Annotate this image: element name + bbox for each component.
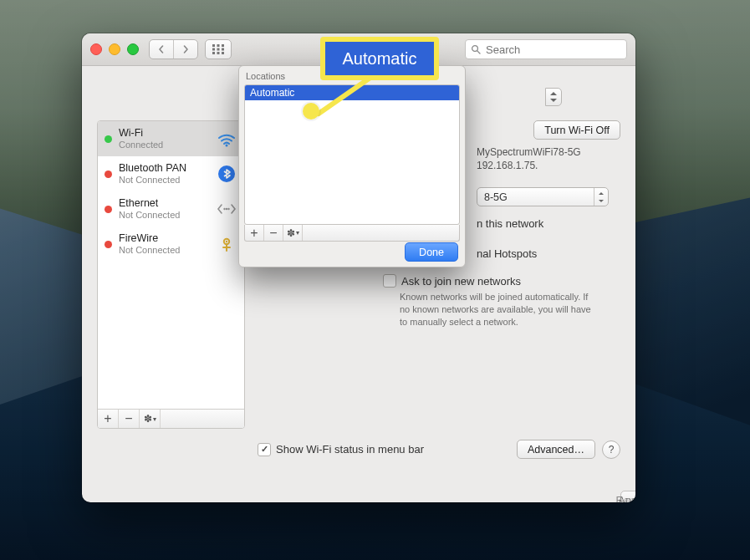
chevron-down-icon: ▾ — [153, 415, 156, 423]
advanced-button[interactable]: Advanced… — [517, 440, 595, 459]
add-location-button[interactable]: + — [245, 225, 264, 241]
chevron-down-icon: ▾ — [296, 229, 299, 237]
ask-join-description: Known networks will be joined automatica… — [400, 291, 600, 328]
bluetooth-icon — [216, 163, 237, 185]
service-ethernet[interactable]: Ethernet Not Connected — [98, 191, 244, 227]
status-dot — [105, 241, 112, 248]
auto-join-row: n this network — [477, 217, 543, 230]
location-item-automatic[interactable]: Automatic — [245, 85, 459, 100]
service-wifi[interactable]: Wi-Fi Connected — [98, 121, 244, 156]
svg-rect-1 — [217, 44, 220, 47]
status-dot — [105, 135, 112, 143]
service-gear-menu[interactable]: ✽▾ — [140, 410, 161, 428]
ask-join-label: Ask to join new networks — [401, 275, 521, 288]
service-bluetooth-pan[interactable]: Bluetooth PAN Not Connected — [98, 156, 244, 191]
service-firewire[interactable]: FireWire Not Connected — [98, 227, 244, 262]
svg-line-10 — [477, 51, 480, 53]
service-name: Wi-Fi — [119, 128, 209, 140]
remove-service-button[interactable]: − — [119, 410, 140, 428]
ethernet-icon — [216, 198, 237, 220]
service-name: FireWire — [119, 233, 209, 245]
annotation-callout: Automatic — [320, 37, 439, 80]
help-button[interactable]: ? — [602, 440, 620, 459]
svg-rect-0 — [212, 44, 215, 47]
svg-rect-8 — [222, 52, 224, 54]
done-button[interactable]: Done — [405, 242, 458, 262]
close-button[interactable] — [90, 43, 102, 55]
status-dot — [105, 206, 112, 213]
add-service-button[interactable]: + — [98, 410, 119, 428]
done-label: Done — [419, 247, 444, 258]
forward-button[interactable] — [173, 40, 197, 59]
show-all-button[interactable] — [205, 39, 232, 59]
back-button[interactable] — [150, 40, 173, 59]
network-name-value: 8-5G — [484, 191, 508, 203]
svg-point-19 — [226, 241, 227, 242]
svg-rect-4 — [217, 48, 220, 51]
zoom-button[interactable] — [127, 43, 139, 55]
annotation-label: Automatic — [343, 49, 417, 69]
service-status: Not Connected — [119, 210, 209, 220]
gear-icon: ✽ — [287, 227, 295, 239]
service-status: Not Connected — [119, 175, 209, 185]
window-controls — [90, 43, 139, 55]
search-input[interactable] — [484, 43, 628, 57]
remove-location-button[interactable]: − — [264, 225, 283, 241]
minimize-button[interactable] — [109, 43, 120, 55]
hotspots-row: nal Hotspots — [477, 247, 537, 260]
menubar-row: Show Wi-Fi status in menu bar Advanced… … — [258, 440, 620, 459]
search-icon — [471, 44, 481, 54]
sidebar-toolbar: + − ✽▾ — [98, 409, 244, 428]
desktop-background: Lo Wi-Fi Connected — [0, 0, 750, 560]
svg-rect-6 — [212, 52, 215, 54]
svg-point-11 — [226, 145, 228, 147]
locations-toolbar: + − ✽▾ — [244, 225, 460, 242]
service-sidebar: Wi-Fi Connected Bluetooth PAN Not Connec… — [97, 120, 245, 429]
gear-icon: ✽ — [144, 413, 152, 425]
show-wifi-menubar-checkbox[interactable] — [258, 443, 271, 456]
service-status: Connected — [119, 140, 209, 150]
firewire-icon — [216, 233, 237, 255]
locations-popover: Locations Automatic + − ✽▾ Done — [238, 65, 466, 267]
nav-back-forward — [149, 39, 198, 59]
stepper-arrows-icon — [594, 188, 608, 206]
ask-join-checkbox[interactable] — [383, 274, 396, 288]
wifi-icon — [216, 128, 237, 150]
turn-wifi-off-button[interactable]: Turn Wi-Fi Off — [533, 120, 620, 140]
show-wifi-menubar-label: Show Wi-Fi status in menu bar — [276, 443, 424, 456]
annotation-marker-dot — [303, 103, 319, 120]
service-status: Not Connected — [119, 245, 209, 255]
location-item-label: Automatic — [250, 87, 294, 99]
svg-rect-2 — [222, 44, 224, 47]
svg-point-15 — [227, 208, 229, 210]
service-name: Ethernet — [119, 198, 209, 210]
svg-point-14 — [226, 208, 227, 210]
hotspots-partial-label: nal Hotspots — [477, 247, 537, 260]
search-field[interactable] — [465, 39, 627, 59]
svg-rect-3 — [212, 48, 215, 51]
locations-list[interactable]: Automatic — [244, 84, 460, 225]
svg-rect-5 — [222, 48, 224, 51]
status-dot — [105, 171, 112, 178]
wifi-status-text: MySpectrumWiFi78-5G 192.168.1.75. — [477, 145, 581, 172]
network-name-select[interactable]: 8-5G — [477, 187, 609, 206]
svg-point-13 — [223, 208, 225, 210]
svg-rect-7 — [217, 52, 220, 54]
locations-gear-menu[interactable]: ✽▾ — [283, 225, 303, 241]
service-name: Bluetooth PAN — [119, 163, 209, 175]
auto-join-partial-label: n this network — [477, 217, 543, 230]
